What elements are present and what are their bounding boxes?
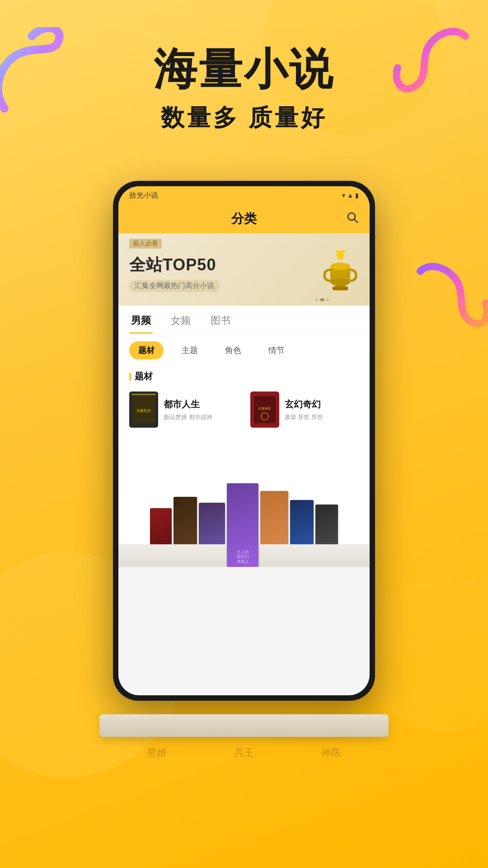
main-tabs: 男频 女频 图书 — [118, 306, 370, 334]
category-item-urban[interactable]: 无敌狂兵 都市人生 极品赘婿 都市战神 — [126, 388, 239, 431]
cat-name-fantasy: 玄幻奇幻 — [285, 398, 357, 410]
svg-rect-10 — [333, 287, 348, 290]
cat-tags-urban: 极品赘婿 都市战神 — [164, 413, 236, 421]
category-header-urban: 无敌狂兵 都市人生 极品赘婿 都市战神 — [126, 388, 239, 431]
book-title-4: 大人的前任们来抢人 — [227, 550, 258, 564]
banner-content: 全站TOP50 汇集全网最热门高分小说 — [129, 254, 220, 292]
phone-outer-frame: 拾光小说 ▾ ▲ ▮ 分类 新人必看 — [113, 181, 375, 701]
cat-cover-urban: 无敌狂兵 — [129, 392, 158, 428]
sub-tabs: 题材 主题 角色 情节 — [118, 334, 370, 367]
trophy-icon — [320, 247, 361, 306]
category-header-fantasy: 幻世神主 玄幻奇幻 废柴 异世 异世 — [247, 388, 361, 431]
cat-info-urban: 都市人生 极品赘婿 都市战神 — [164, 398, 236, 421]
label-bingwang: 兵王 — [234, 746, 254, 760]
cat-tags-fantasy: 废柴 异世 异世 — [285, 413, 357, 421]
battery-icon: ▮ — [355, 192, 359, 199]
header-section: 海量小说 数量多 质量好 — [0, 45, 488, 134]
subtab-theme[interactable]: 题材 — [129, 341, 164, 359]
dot-1 — [315, 298, 318, 301]
signal-icon: ▲ — [347, 192, 353, 199]
bg-circle-3 — [366, 574, 488, 732]
swirl-right-mid-decoration — [411, 262, 488, 335]
svg-rect-9 — [335, 282, 346, 287]
dot-3 — [326, 298, 329, 301]
svg-line-1 — [354, 219, 357, 222]
svg-text:幻世神主: 幻世神主 — [258, 407, 271, 410]
phone-inner-books: 崩天太虚 离婚后她藏孕 大人的前任们来抢人 宝自己不爸地 — [118, 431, 370, 567]
svg-point-7 — [330, 263, 350, 270]
svg-text:无敌狂兵: 无敌狂兵 — [136, 409, 151, 413]
app-name-label: 拾光小说 — [129, 191, 158, 200]
status-icons: ▾ ▲ ▮ — [342, 192, 359, 199]
tab-male[interactable]: 男频 — [129, 306, 153, 334]
banner-badge: 新人必看 — [129, 239, 162, 249]
phone-screen: 拾光小说 ▾ ▲ ▮ 分类 新人必看 — [118, 186, 370, 695]
tab-books[interactable]: 图书 — [209, 306, 232, 334]
svg-rect-15 — [131, 394, 156, 395]
status-bar: 拾光小说 ▾ ▲ ▮ — [118, 186, 370, 204]
shelf-book-4-center: 大人的前任们来抢人 — [227, 483, 258, 567]
label-shenyi: 神医 — [321, 746, 341, 760]
nav-title: 分类 — [231, 210, 257, 227]
tab-female[interactable]: 女频 — [169, 306, 192, 334]
banner-title: 全站TOP50 — [129, 254, 220, 276]
subtab-topic[interactable]: 主题 — [173, 341, 207, 359]
subtab-plot[interactable]: 情节 — [259, 341, 294, 359]
search-icon[interactable] — [346, 211, 359, 227]
section-title-theme: 题材 — [118, 367, 370, 388]
category-item-fantasy[interactable]: 幻世神主 玄幻奇幻 废柴 异世 异世 — [247, 388, 361, 431]
dot-2-active — [320, 298, 324, 301]
cat-name-urban: 都市人生 — [164, 398, 236, 410]
banner-dots — [315, 298, 329, 301]
category-grid: 无敌狂兵 都市人生 极品赘婿 都市战神 — [118, 388, 370, 431]
phone-stand — [99, 714, 389, 737]
phone-mockup: 拾光小说 ▾ ▲ ▮ 分类 新人必看 — [113, 181, 375, 723]
nav-bar: 分类 — [118, 204, 370, 233]
sub-title: 数量多 质量好 — [0, 102, 488, 134]
banner: 新人必看 全站TOP50 汇集全网最热门高分小说 — [118, 233, 370, 306]
subtab-character[interactable]: 角色 — [216, 341, 250, 359]
main-title: 海量小说 — [0, 45, 488, 93]
tabs-section: 男频 女频 图书 题材 主题 角色 情节 题材 — [118, 306, 370, 431]
bottom-labels: 赘婿 兵王 神医 — [113, 746, 375, 760]
banner-subtitle: 汇集全网最热门高分小说 — [129, 280, 220, 292]
cat-info-fantasy: 玄幻奇幻 废柴 异世 异世 — [285, 398, 357, 421]
label-zhuixu: 赘婿 — [147, 746, 167, 760]
cat-cover-fantasy: 幻世神主 — [250, 392, 279, 428]
wifi-icon: ▾ — [342, 192, 345, 199]
